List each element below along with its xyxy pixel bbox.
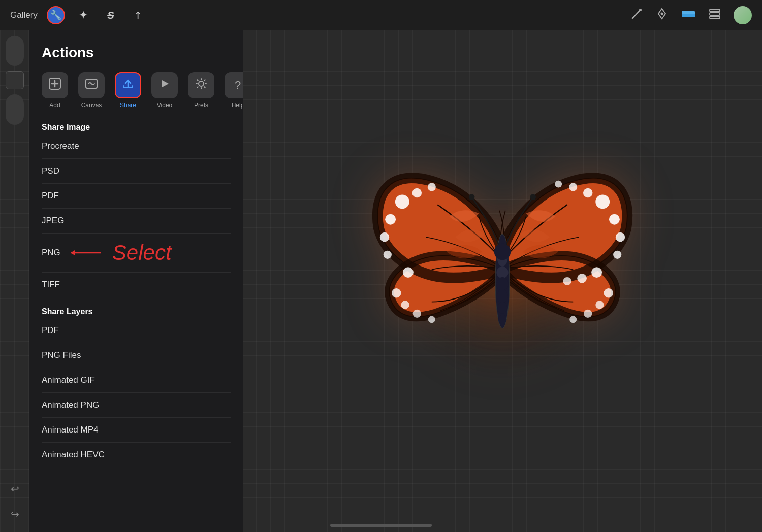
video-icon-box	[151, 72, 178, 98]
share-pdf-image[interactable]: PDF	[42, 184, 231, 209]
svg-point-36	[384, 251, 392, 259]
pen-button[interactable]	[655, 7, 669, 23]
svg-point-53	[494, 244, 511, 260]
share-jpeg[interactable]: JPEG	[42, 209, 231, 234]
wrench-tool-button[interactable]: 🔧	[47, 6, 65, 24]
sidebar-brush-size[interactable]	[6, 36, 24, 66]
share-image-list: Procreate PSD PDF JPEG PNG Select TIFF	[42, 134, 231, 297]
prefs-icon	[194, 77, 208, 94]
svg-point-40	[392, 288, 401, 298]
action-video[interactable]: Video	[151, 72, 178, 109]
svg-point-20	[609, 214, 620, 225]
svg-rect-7	[710, 16, 720, 19]
eraser-button[interactable]	[681, 9, 696, 22]
magic-wand-button[interactable]: ✦	[74, 6, 92, 24]
canvas-label: Canvas	[81, 102, 102, 109]
share-animated-mp4[interactable]: Animated MP4	[42, 418, 231, 443]
main-canvas	[243, 30, 762, 532]
layers-button[interactable]	[708, 7, 721, 23]
magic-wand-icon: ✦	[79, 9, 88, 22]
gallery-button[interactable]: Gallery	[10, 10, 38, 20]
share-icon-box	[115, 72, 141, 98]
svg-point-22	[613, 251, 621, 259]
share-layers-pdf[interactable]: PDF	[42, 318, 231, 343]
actions-panel: Actions Add	[29, 30, 243, 532]
share-png-files[interactable]: PNG Files	[42, 343, 231, 368]
svg-point-28	[563, 277, 571, 285]
svg-point-35	[380, 232, 390, 242]
video-label: Video	[157, 102, 172, 109]
brush-icon	[630, 7, 643, 23]
help-icon-box: ?	[225, 72, 243, 98]
redo-button[interactable]: ↪	[7, 507, 22, 522]
svg-line-0	[632, 10, 640, 18]
svg-point-48	[497, 289, 508, 303]
svg-point-25	[555, 181, 562, 188]
butterfly-image	[355, 134, 650, 428]
transform-button[interactable]: ↗	[129, 6, 147, 24]
share-layers-list: PDF PNG Files Animated GIF Animated PNG …	[42, 318, 231, 467]
sidebar-opacity[interactable]	[6, 94, 24, 125]
svg-point-23	[583, 188, 593, 198]
svg-rect-6	[710, 13, 720, 15]
svg-point-42	[413, 310, 421, 318]
canvas-icon	[84, 77, 99, 94]
top-bar-right	[630, 6, 752, 24]
svg-point-27	[577, 274, 587, 283]
png-label: PNG	[42, 248, 60, 258]
sidebar-color-swatch[interactable]	[6, 71, 24, 89]
top-bar: Gallery 🔧 ✦ S ↗	[0, 0, 762, 30]
video-icon	[157, 77, 172, 94]
svg-point-26	[591, 267, 602, 278]
action-prefs[interactable]: Prefs	[188, 72, 214, 109]
share-animated-gif[interactable]: Animated GIF	[42, 368, 231, 393]
action-add[interactable]: Add	[42, 72, 68, 109]
svg-rect-4	[682, 14, 695, 17]
undo-button[interactable]: ↩	[7, 481, 22, 496]
svg-point-31	[584, 310, 592, 318]
butterfly-container	[340, 119, 665, 444]
svg-point-30	[595, 301, 604, 309]
add-icon-box	[42, 72, 68, 98]
top-bar-left: Gallery 🔧 ✦ S ↗	[10, 6, 147, 24]
share-psd[interactable]: PSD	[42, 159, 231, 184]
prefs-label: Prefs	[194, 102, 208, 109]
share-image-header: Share Image	[42, 123, 231, 132]
svg-point-19	[595, 194, 610, 209]
canvas-scrollbar[interactable]	[330, 524, 432, 527]
action-help[interactable]: ? Help	[225, 72, 243, 109]
left-sidebar: ↩ ↪	[0, 30, 29, 532]
user-avatar[interactable]	[734, 6, 752, 24]
action-share[interactable]: Share	[115, 72, 141, 109]
action-canvas[interactable]: Canvas	[78, 72, 105, 109]
prefs-icon-box	[188, 72, 214, 98]
brush-button[interactable]	[630, 7, 643, 23]
svg-point-46	[496, 267, 508, 278]
share-png[interactable]: PNG Select	[42, 234, 231, 273]
share-label: Share	[120, 102, 136, 109]
share-animated-png[interactable]: Animated PNG	[42, 393, 231, 418]
canvas-icon-box	[78, 72, 105, 98]
svg-point-34	[385, 214, 396, 225]
svg-point-32	[569, 316, 577, 323]
sidebar-bottom: ↩ ↪	[7, 481, 22, 522]
svg-point-52	[530, 194, 536, 200]
add-icon	[48, 77, 62, 94]
pen-icon	[655, 7, 669, 23]
svg-point-29	[604, 288, 614, 298]
share-layers-section: Share Layers PDF PNG Files Animated GIF …	[42, 307, 231, 467]
svg-point-39	[403, 267, 414, 278]
smudge-button[interactable]: S	[102, 6, 120, 24]
share-tiff[interactable]: TIFF	[42, 273, 231, 297]
svg-point-51	[469, 194, 475, 200]
share-procreate[interactable]: Procreate	[42, 134, 231, 159]
smudge-icon: S	[107, 10, 114, 21]
svg-marker-17	[71, 250, 75, 255]
svg-point-33	[395, 194, 409, 209]
svg-marker-13	[162, 80, 169, 87]
svg-point-1	[639, 9, 642, 11]
share-animated-hevc[interactable]: Animated HEVC	[42, 443, 231, 467]
select-annotation: Select	[112, 241, 172, 265]
help-icon: ?	[235, 79, 241, 92]
share-layers-header: Share Layers	[42, 307, 231, 316]
